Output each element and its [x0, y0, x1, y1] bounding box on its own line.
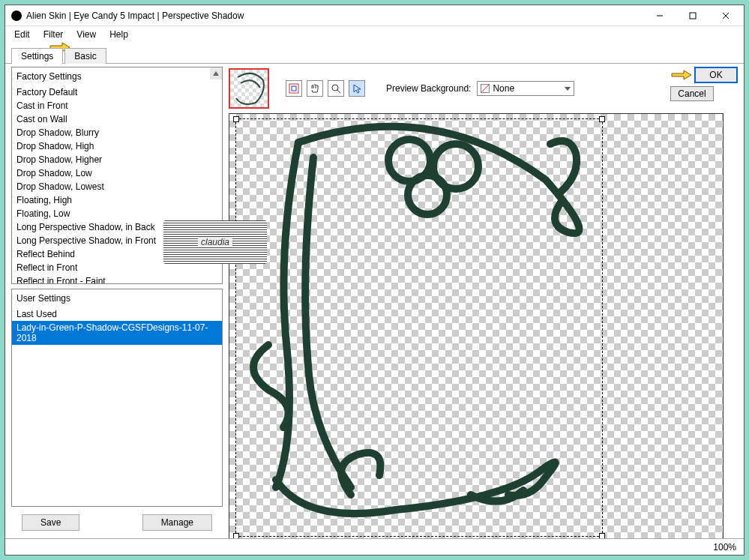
- preview-thumbnail[interactable]: [229, 68, 269, 109]
- list-item[interactable]: Drop Shadow, Higher: [12, 153, 222, 166]
- statusbar: 100%: [5, 538, 744, 555]
- plugin-window: Alien Skin | Eye Candy 5 Impact | Perspe…: [4, 4, 745, 556]
- list-item[interactable]: Drop Shadow, Lowest: [12, 180, 222, 193]
- handle-nw[interactable]: [233, 116, 239, 122]
- handle-sw[interactable]: [233, 533, 239, 538]
- menubar: Edit Filter View Help: [5, 26, 744, 43]
- save-button[interactable]: Save: [22, 514, 79, 531]
- svg-rect-1: [690, 13, 696, 19]
- scroll-up-icon[interactable]: [210, 67, 222, 79]
- list-item[interactable]: Cast on Wall: [12, 112, 222, 126]
- list-item[interactable]: Drop Shadow, Low: [12, 166, 222, 180]
- maximize-button[interactable]: [676, 6, 709, 25]
- list-item[interactable]: Reflect in Front - Faint: [12, 274, 222, 284]
- tab-settings[interactable]: Settings: [11, 48, 63, 64]
- handle-ne[interactable]: [599, 116, 605, 122]
- svg-point-10: [408, 175, 447, 214]
- ok-button[interactable]: OK: [694, 67, 738, 83]
- menu-view[interactable]: View: [75, 28, 97, 41]
- list-item[interactable]: Cast in Front: [12, 99, 222, 112]
- menu-help[interactable]: Help: [108, 28, 130, 41]
- svg-point-6: [332, 85, 338, 91]
- cancel-button[interactable]: Cancel: [670, 86, 714, 101]
- canvas-area: claudia: [229, 113, 738, 538]
- tab-basic[interactable]: Basic: [64, 48, 106, 64]
- arrow-tool-icon[interactable]: [349, 80, 365, 97]
- preview-canvas[interactable]: claudia: [229, 113, 724, 538]
- pointer-hand-icon: [220, 322, 223, 337]
- user-settings-list[interactable]: User Settings Last UsedLady-in-Green-P-S…: [11, 289, 223, 507]
- manage-button[interactable]: Manage: [142, 514, 212, 531]
- minimize-button[interactable]: [643, 6, 676, 25]
- preview-bg-select[interactable]: None: [477, 81, 574, 96]
- left-panel: Factory Settings Factory DefaultCast in …: [11, 67, 223, 535]
- factory-header: Factory Settings: [12, 67, 222, 85]
- svg-rect-5: [292, 86, 296, 91]
- pointer-hand-icon: [670, 67, 693, 82]
- app-icon: [11, 10, 22, 21]
- tabbar: Settings Basic: [5, 47, 744, 64]
- user-header: User Settings: [12, 289, 222, 307]
- zoom-level: 100%: [713, 542, 736, 553]
- list-item[interactable]: Drop Shadow, High: [12, 139, 222, 153]
- list-item[interactable]: Factory Default: [12, 85, 222, 99]
- list-item[interactable]: Drop Shadow, Blurry: [12, 126, 222, 139]
- svg-line-7: [337, 90, 340, 93]
- preview-bg-label: Preview Background:: [386, 83, 471, 94]
- dialog-buttons: OK Cancel: [670, 67, 738, 101]
- preview-bg-value: None: [493, 83, 514, 94]
- list-item[interactable]: Floating, Low: [12, 207, 222, 220]
- no-bg-swatch-icon: [481, 84, 490, 93]
- list-item[interactable]: Last Used: [12, 307, 222, 321]
- list-item[interactable]: Lady-in-Green-P-Shadow-CGSFDesigns-11-07…: [12, 321, 222, 345]
- navigator-tool-icon[interactable]: [286, 80, 302, 97]
- hand-tool-icon[interactable]: [307, 80, 323, 97]
- preset-buttons: Save Manage: [11, 511, 223, 535]
- right-panel: Preview Background: None OK Cancel: [229, 67, 738, 535]
- preview-toolbar: Preview Background: None OK Cancel: [229, 67, 738, 110]
- titlebar: Alien Skin | Eye Candy 5 Impact | Perspe…: [5, 5, 744, 26]
- close-button[interactable]: [709, 6, 742, 25]
- zoom-tool-icon[interactable]: [328, 80, 344, 97]
- list-item[interactable]: Floating, High: [12, 193, 222, 207]
- artwork-swirl: [246, 120, 598, 529]
- handle-se[interactable]: [599, 533, 605, 538]
- body: Factory Settings Factory DefaultCast in …: [5, 64, 744, 538]
- svg-rect-4: [289, 84, 298, 93]
- window-title: Alien Skin | Eye Candy 5 Impact | Perspe…: [26, 10, 643, 21]
- menu-edit[interactable]: Edit: [13, 28, 31, 41]
